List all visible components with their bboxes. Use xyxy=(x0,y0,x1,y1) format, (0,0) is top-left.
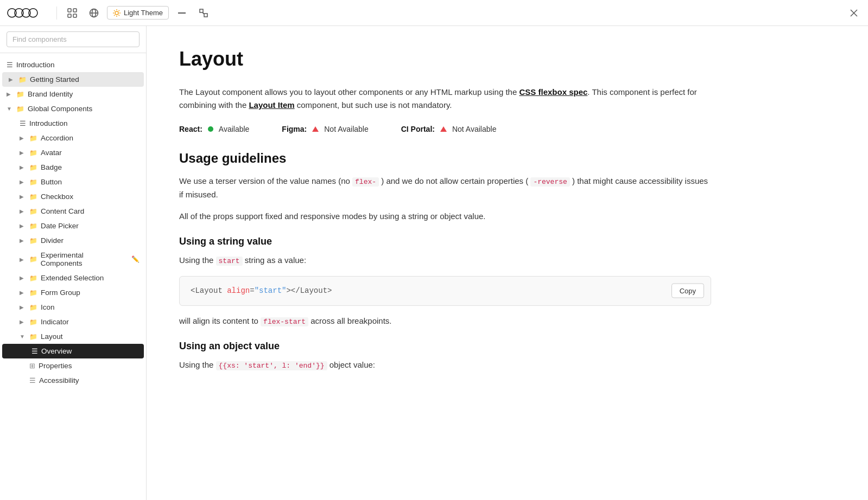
svg-point-11 xyxy=(115,11,118,15)
folder-icon: 📁 xyxy=(29,333,37,341)
sidebar-item-getting-started[interactable]: ▶ 📁 Getting Started xyxy=(2,72,144,87)
sidebar-item-brand-identity[interactable]: ▶ 📁 Brand Identity xyxy=(0,87,146,101)
string-value-text: Using the start string as a value: xyxy=(179,254,711,267)
globe-icon xyxy=(89,8,99,18)
code-val: "start" xyxy=(255,286,287,295)
doc-icon: ☰ xyxy=(7,61,13,69)
nav-label: Overview xyxy=(41,347,72,355)
folder-icon: 📁 xyxy=(29,318,37,326)
sidebar-item-accordion[interactable]: ▶ 📁 Accordion xyxy=(0,131,146,145)
css-flexbox-link[interactable]: CSS flexbox spec xyxy=(519,87,587,97)
ci-label: CI Portal: xyxy=(401,125,435,133)
object-value-title: Using an object value xyxy=(179,341,711,352)
nav-label: Getting Started xyxy=(30,75,79,84)
expand-icon xyxy=(199,8,208,18)
sidebar-item-badge[interactable]: ▶ 📁 Badge xyxy=(0,160,146,175)
chevron-icon: ▶ xyxy=(20,257,26,262)
expand-icon-button[interactable] xyxy=(195,4,212,22)
object-code: {{xs: 'start', l: 'end'}} xyxy=(216,361,327,370)
nav-label: Divider xyxy=(41,236,64,245)
nav-label: Introduction xyxy=(16,61,55,69)
status-react: React: Available xyxy=(179,125,249,133)
sidebar-item-layout-accessibility[interactable]: ☰ Accessibility xyxy=(0,373,146,388)
nav-label: Experimental Components xyxy=(41,251,126,267)
react-label: React: xyxy=(179,125,202,133)
sidebar-item-layout-properties[interactable]: ⊞ Properties xyxy=(0,358,146,373)
folder-icon: 📁 xyxy=(16,105,24,113)
doc-icon: ⊞ xyxy=(29,362,35,370)
copy-button[interactable]: Copy xyxy=(671,284,704,298)
folder-icon: 📁 xyxy=(18,76,27,84)
grid-icon xyxy=(67,8,77,18)
sidebar-search-container xyxy=(0,26,146,53)
nav-label: Icon xyxy=(41,303,55,311)
code-block-layout: <Layout align="start"></Layout> Copy xyxy=(179,276,711,306)
chevron-icon: ▶ xyxy=(20,164,26,170)
chevron-icon: ▶ xyxy=(7,91,13,97)
grid-icon-button[interactable] xyxy=(64,4,81,22)
nav-label: Layout xyxy=(41,332,63,341)
string-value-title: Using a string value xyxy=(179,236,711,247)
sidebar-item-introduction-top[interactable]: ☰ Introduction xyxy=(0,57,146,72)
sidebar-item-icon[interactable]: ▶ 📁 Icon xyxy=(0,300,146,315)
close-icon-button[interactable] xyxy=(846,5,861,21)
sidebar-item-checkbox[interactable]: ▶ 📁 Checkbox xyxy=(0,189,146,204)
folder-icon: 📁 xyxy=(29,164,37,171)
edit-icon: ✏️ xyxy=(131,255,140,263)
theme-toggle-button[interactable]: Light Theme xyxy=(107,6,169,20)
chevron-icon: ▼ xyxy=(20,334,26,339)
nav-label: Brand Identity xyxy=(28,90,73,98)
sidebar-item-global-components[interactable]: ▼ 📁 Global Components xyxy=(0,101,146,116)
folder-icon: 📁 xyxy=(29,255,37,263)
svg-line-18 xyxy=(114,15,115,16)
sidebar-item-indicator[interactable]: ▶ 📁 Indicator xyxy=(0,315,146,329)
nav-label: Button xyxy=(41,178,62,186)
sidebar-item-extended-selection[interactable]: ▶ 📁 Extended Selection xyxy=(0,271,146,285)
sidebar-item-experimental-components[interactable]: ▶ 📁 Experimental Components ✏️ xyxy=(0,248,146,271)
chevron-icon: ▶ xyxy=(20,290,26,296)
sidebar-item-form-group[interactable]: ▶ 📁 Form Group xyxy=(0,285,146,300)
globe-icon-button[interactable] xyxy=(85,4,103,22)
usage-text-2: All of the props support fixed and respo… xyxy=(179,210,711,223)
unavailable-triangle-2 xyxy=(440,126,447,132)
reverse-code: -reverse xyxy=(530,177,569,187)
doc-icon: ☰ xyxy=(20,119,26,127)
minimize-icon-button[interactable] xyxy=(173,4,191,22)
chevron-icon: ▶ xyxy=(20,304,26,310)
available-dot xyxy=(208,126,213,132)
intro-paragraph: The Layout component allows you to layou… xyxy=(179,86,711,112)
react-status-text: Available xyxy=(219,125,250,133)
sidebar-item-divider[interactable]: ▶ 📁 Divider xyxy=(0,233,146,248)
topbar-separator xyxy=(56,7,57,20)
layout-item-link[interactable]: Layout Item xyxy=(249,100,294,110)
folder-icon: 📁 xyxy=(29,289,37,297)
sidebar: ☰ Introduction ▶ 📁 Getting Started ▶ 📁 B… xyxy=(0,26,147,500)
folder-icon: 📁 xyxy=(29,274,37,282)
svg-rect-21 xyxy=(200,9,203,12)
chevron-icon: ▶ xyxy=(20,275,26,281)
svg-rect-6 xyxy=(68,14,71,17)
nav-label: Accordion xyxy=(41,134,73,142)
theme-label: Light Theme xyxy=(124,9,163,17)
will-align-text: will align its content to flex-start acr… xyxy=(179,315,711,328)
sidebar-item-layout-overview[interactable]: ☰ Overview xyxy=(2,344,144,358)
ci-status-text: Not Available xyxy=(452,125,496,133)
svg-line-19 xyxy=(119,10,120,11)
nav-label: Checkbox xyxy=(41,193,73,201)
start-code: start xyxy=(216,257,243,266)
sidebar-item-content-card[interactable]: ▶ 📁 Content Card xyxy=(0,204,146,219)
code-eq: = xyxy=(250,286,254,295)
sidebar-item-introduction-gc[interactable]: ☰ Introduction xyxy=(0,116,146,131)
nav-label: Accessibility xyxy=(39,376,79,384)
folder-icon: 📁 xyxy=(29,193,37,201)
svg-rect-5 xyxy=(73,9,77,12)
flex-start-code: flex-start xyxy=(261,317,308,326)
unavailable-triangle xyxy=(312,126,319,132)
sidebar-item-layout[interactable]: ▼ 📁 Layout xyxy=(0,329,146,344)
folder-icon: 📁 xyxy=(29,134,37,142)
sidebar-item-button[interactable]: ▶ 📁 Button xyxy=(0,175,146,189)
nav-label: Date Picker xyxy=(41,222,79,230)
sidebar-item-avatar[interactable]: ▶ 📁 Avatar xyxy=(0,145,146,160)
search-input[interactable] xyxy=(7,31,140,47)
sidebar-item-date-picker[interactable]: ▶ 📁 Date Picker xyxy=(0,219,146,233)
